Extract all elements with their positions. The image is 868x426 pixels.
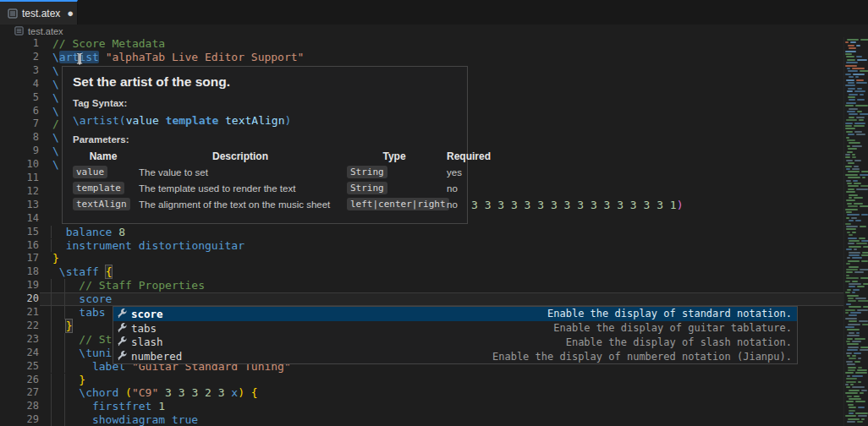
minimap-code-mark bbox=[854, 396, 860, 397]
minimap-code-mark bbox=[846, 160, 853, 161]
minimap-code-mark bbox=[862, 324, 868, 325]
minimap[interactable] bbox=[843, 37, 868, 426]
minimap-code-mark bbox=[847, 145, 850, 147]
minimap-code-mark bbox=[845, 312, 849, 314]
minimap-code-mark bbox=[855, 412, 868, 414]
property-wrench-icon bbox=[115, 336, 129, 347]
param-type: left|center|right bbox=[347, 198, 442, 210]
hover-tag-syntax-label: Tag Syntax: bbox=[73, 98, 457, 108]
minimap-code-mark bbox=[847, 59, 855, 61]
suggest-item-tabs[interactable]: tabsEnable the display of guitar tablatu… bbox=[113, 321, 797, 336]
line-content[interactable]: \ bbox=[52, 91, 59, 105]
minimap-code-mark bbox=[852, 68, 865, 69]
minimap-code-mark bbox=[846, 269, 858, 270]
line-content[interactable]: / bbox=[52, 117, 59, 131]
line-content[interactable]: \chord ("C9" 3 3 3 2 3 x) { bbox=[52, 386, 258, 400]
suggest-label: score bbox=[131, 308, 163, 320]
suggest-item-numbered[interactable]: numberedEnable the display of numbered n… bbox=[113, 349, 797, 363]
suggest-label: slash bbox=[131, 336, 163, 348]
minimap-code-mark bbox=[846, 341, 850, 342]
line-content[interactable]: showdiagram true bbox=[52, 413, 198, 426]
minimap-code-mark bbox=[853, 180, 858, 182]
line-number: 19 bbox=[0, 279, 39, 292]
minimap-code-mark bbox=[854, 123, 865, 124]
tab-test-atex[interactable]: test.atex ● bbox=[0, 0, 78, 25]
minimap-code-mark bbox=[848, 96, 855, 98]
minimap-code-mark bbox=[857, 369, 867, 371]
editor-window: test.atex ● test.atex 1// Score Metadata… bbox=[0, 0, 868, 426]
line-content[interactable]: 3 3 3 3 3 3 3 3 3 3 3 3 3 3 3 1) bbox=[471, 199, 683, 212]
minimap-code-mark bbox=[854, 352, 861, 354]
line-content[interactable]: } bbox=[52, 320, 72, 333]
breadcrumb[interactable]: test.atex bbox=[0, 25, 868, 37]
line-content[interactable]: score bbox=[52, 292, 112, 306]
param-type: String bbox=[347, 166, 442, 178]
minimap-code-mark bbox=[858, 358, 861, 359]
minimap-code-mark bbox=[856, 243, 867, 244]
suggest-item-slash[interactable]: slashEnable the display of slash notatio… bbox=[113, 336, 797, 350]
minimap-code-mark bbox=[848, 324, 860, 325]
line-content[interactable]: \ bbox=[52, 105, 59, 118]
modified-indicator-dot[interactable]: ● bbox=[67, 8, 74, 19]
line-content[interactable]: } bbox=[52, 374, 85, 387]
code-line-1: 1// Score Metadata bbox=[0, 37, 868, 51]
minimap-code-mark bbox=[848, 185, 859, 187]
minimap-code-mark bbox=[849, 398, 861, 400]
minimap-code-mark bbox=[858, 300, 868, 302]
param-type: String bbox=[347, 182, 442, 194]
line-content[interactable]: // Score Metadata bbox=[52, 37, 165, 51]
indent-guide bbox=[51, 386, 52, 400]
code-line-19: 19 // Staff Properties bbox=[0, 279, 868, 292]
line-content[interactable]: tabs bbox=[52, 306, 106, 320]
minimap-code-mark bbox=[849, 412, 854, 414]
line-content[interactable]: firstfret 1 bbox=[52, 400, 165, 413]
minimap-code-mark bbox=[845, 209, 858, 210]
code-line-2: 2\artist "alphaTab Live Editor Support" bbox=[0, 51, 868, 64]
minimap-code-mark bbox=[861, 171, 868, 172]
minimap-code-mark bbox=[855, 372, 867, 374]
line-number: 1 bbox=[0, 37, 39, 51]
minimap-code-mark bbox=[852, 156, 856, 158]
line-content[interactable]: // Staff Properties bbox=[52, 279, 205, 292]
line-content[interactable]: balance 8 bbox=[52, 226, 125, 239]
minimap-code-mark bbox=[863, 283, 868, 285]
line-content[interactable]: } bbox=[52, 252, 59, 265]
indent-guide bbox=[51, 320, 52, 333]
minimap-code-mark bbox=[861, 240, 868, 242]
suggest-item-score[interactable]: scoreEnable the display of standard nota… bbox=[113, 307, 797, 321]
line-number: 28 bbox=[0, 400, 39, 413]
minimap-code-mark bbox=[852, 375, 863, 377]
line-number: 26 bbox=[0, 374, 39, 387]
line-number: 6 bbox=[0, 105, 39, 118]
indent-guide bbox=[51, 239, 52, 253]
minimap-code-mark bbox=[857, 421, 863, 423]
line-number: 13 bbox=[0, 199, 39, 212]
minimap-code-mark bbox=[854, 131, 862, 133]
line-content[interactable]: instrument distortionguitar bbox=[52, 239, 244, 253]
minimap-code-mark bbox=[847, 39, 859, 41]
line-content[interactable]: \ bbox=[52, 158, 59, 172]
line-content[interactable]: \ bbox=[52, 78, 59, 91]
code-line-17: 17} bbox=[0, 252, 868, 265]
minimap-code-mark bbox=[847, 183, 852, 184]
line-content[interactable]: \tunin bbox=[52, 347, 118, 360]
minimap-code-mark bbox=[849, 47, 856, 49]
property-wrench-icon bbox=[115, 351, 129, 362]
line-content[interactable]: \artist "alphaTab Live Editor Support" bbox=[52, 51, 304, 64]
minimap-code-mark bbox=[856, 117, 865, 118]
line-content[interactable]: \ bbox=[52, 131, 59, 145]
tab-label: test.atex bbox=[22, 8, 60, 19]
minimap-code-mark bbox=[849, 94, 858, 96]
line-content[interactable]: \staff { bbox=[52, 265, 112, 279]
indent-guide bbox=[51, 374, 52, 387]
minimap-code-mark bbox=[845, 123, 853, 124]
line-content[interactable]: // Sta bbox=[52, 333, 118, 347]
hover-tooltip: Set the artist of the song. Tag Syntax: … bbox=[62, 66, 468, 224]
minimap-code-mark bbox=[860, 226, 866, 227]
line-content[interactable]: \ bbox=[52, 145, 59, 158]
minimap-code-mark bbox=[848, 134, 854, 135]
minimap-code-mark bbox=[846, 102, 856, 104]
indent-guide bbox=[51, 306, 52, 320]
line-content[interactable]: \ bbox=[52, 64, 59, 78]
property-wrench-icon bbox=[115, 309, 129, 320]
